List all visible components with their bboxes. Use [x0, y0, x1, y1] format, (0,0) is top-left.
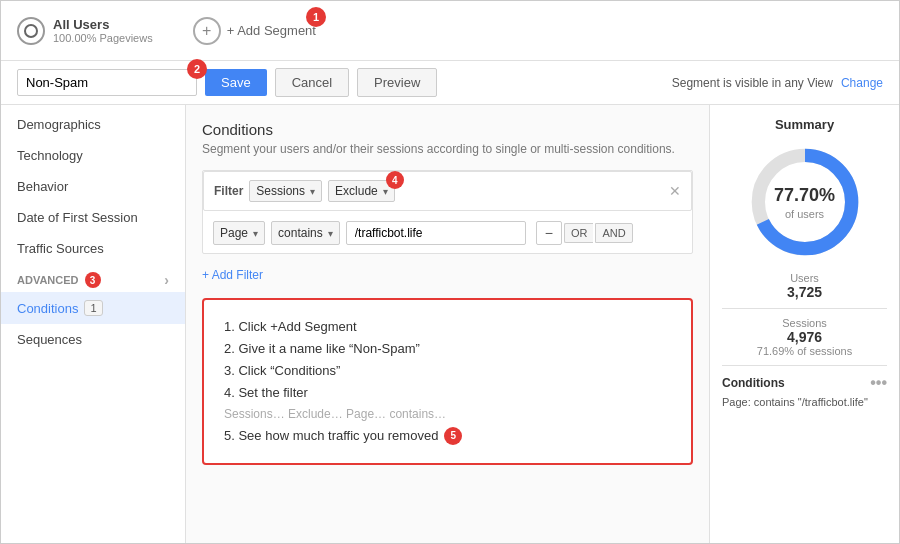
sessions-sub: 71.69% of sessions — [722, 345, 887, 357]
annotation-1: 1 — [306, 7, 326, 27]
exclude-chevron: ▾ — [383, 186, 388, 197]
contains-select[interactable]: contains ▾ — [271, 221, 340, 245]
step-5: 5. See how much traffic you removed — [224, 425, 438, 447]
summary-panel: Summary 77.70% of users Users 3,725 Sess… — [709, 105, 899, 544]
annotation-2: 2 — [187, 59, 207, 79]
divider-1 — [722, 308, 887, 309]
summary-conditions-text: Page: contains "/trafficbot.life" — [722, 396, 887, 408]
segment-name-input[interactable] — [17, 69, 197, 96]
or-and-buttons: − OR AND — [536, 221, 633, 245]
change-link[interactable]: Change — [841, 76, 883, 90]
hint-text: Sessions… Exclude… Page… contains… — [224, 404, 671, 424]
donut-chart: 77.70% of users — [722, 142, 887, 262]
conditions-subtitle: Segment your users and/or their sessions… — [202, 142, 693, 156]
all-users-segment: All Users 100.00% Pageviews — [17, 17, 153, 45]
instruction-box: 1. Click +Add Segment 2. Give it a name … — [202, 298, 693, 465]
main-layout: Demographics Technology Behavior Date of… — [1, 105, 899, 544]
sidebar-item-conditions[interactable]: Conditions 1 — [1, 292, 185, 324]
summary-conditions-title: Conditions ••• — [722, 374, 887, 392]
donut-of-users: of users — [774, 208, 835, 220]
top-bar: All Users 100.00% Pageviews + + Add Segm… — [1, 1, 899, 61]
exclude-select[interactable]: Exclude ▾ 4 — [328, 180, 395, 202]
add-filter-button[interactable]: + Add Filter — [202, 264, 263, 286]
conditions-more-icon[interactable]: ••• — [870, 374, 887, 392]
summary-conditions-box: Conditions ••• Page: contains "/trafficb… — [722, 374, 887, 408]
add-segment-circle: + — [193, 17, 221, 45]
conditions-badge: 1 — [84, 300, 102, 316]
divider-2 — [722, 365, 887, 366]
step-3: 3. Click “Conditions” — [224, 360, 671, 382]
users-label: Users — [722, 272, 887, 284]
sidebar-item-behavior[interactable]: Behavior — [1, 171, 185, 202]
sessions-chevron: ▾ — [310, 186, 315, 197]
sessions-label: Sessions — [722, 317, 887, 329]
sidebar-item-sequences[interactable]: Sequences — [1, 324, 185, 355]
sidebar-item-traffic-sources[interactable]: Traffic Sources — [1, 233, 185, 264]
preview-button[interactable]: Preview — [357, 68, 437, 97]
step-5-wrapper: 5. See how much traffic you removed 5 — [224, 425, 671, 447]
sidebar: Demographics Technology Behavior Date of… — [1, 105, 186, 544]
filter-label: Filter — [214, 184, 243, 198]
sidebar-item-demographics[interactable]: Demographics — [1, 109, 185, 140]
donut-percent: 77.70% — [774, 185, 835, 206]
step-4: 4. Set the filter — [224, 382, 671, 404]
segment-sub: 100.00% Pageviews — [53, 32, 153, 44]
sessions-value: 4,976 — [722, 329, 887, 345]
filter-row: Page ▾ contains ▾ − OR AND — [203, 221, 692, 253]
summary-title: Summary — [722, 117, 887, 132]
add-segment-label: + Add Segment — [227, 23, 316, 38]
add-segment-button[interactable]: + + Add Segment 1 — [193, 17, 316, 45]
sessions-select[interactable]: Sessions ▾ — [249, 180, 322, 202]
sidebar-item-technology[interactable]: Technology — [1, 140, 185, 171]
value-input[interactable] — [346, 221, 526, 245]
annotation-3: 3 — [85, 272, 101, 288]
contains-chevron: ▾ — [328, 228, 333, 239]
segment-name: All Users — [53, 17, 153, 32]
sidebar-item-date-of-first-session[interactable]: Date of First Session — [1, 202, 185, 233]
users-value: 3,725 — [722, 284, 887, 300]
and-button[interactable]: AND — [595, 223, 632, 243]
annotation-4: 4 — [386, 171, 404, 189]
visibility-text: Segment is visible in any View — [672, 76, 833, 90]
filter-bar: Filter Sessions ▾ Exclude ▾ 4 ✕ — [203, 171, 692, 211]
content-area: Conditions Segment your users and/or the… — [186, 105, 709, 544]
save-button[interactable]: Save — [205, 69, 267, 96]
remove-condition-button[interactable]: − — [536, 221, 562, 245]
segment-circle-icon — [17, 17, 45, 45]
annotation-5: 5 — [444, 427, 462, 445]
sidebar-advanced-label: Advanced 3 › — [1, 264, 185, 292]
sessions-stat: Sessions 4,976 71.69% of sessions — [722, 317, 887, 357]
page-select[interactable]: Page ▾ — [213, 221, 265, 245]
step-1: 1. Click +Add Segment — [224, 316, 671, 338]
filter-close-icon[interactable]: ✕ — [669, 183, 681, 199]
step-2: 2. Give it a name like “Non-Spam” — [224, 338, 671, 360]
chevron-right-icon: › — [164, 272, 169, 288]
conditions-title: Conditions — [202, 121, 693, 138]
toolbar: 2 Save Cancel Preview Segment is visible… — [1, 61, 899, 105]
or-button[interactable]: OR — [564, 223, 594, 243]
cancel-button[interactable]: Cancel — [275, 68, 349, 97]
page-chevron: ▾ — [253, 228, 258, 239]
users-stat: Users 3,725 — [722, 272, 887, 300]
